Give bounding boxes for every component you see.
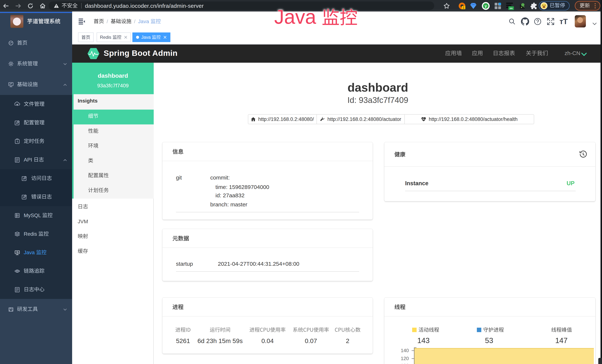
- svg-text:y: y: [485, 4, 487, 8]
- svg-text:1: 1: [463, 6, 464, 9]
- svg-text:on: on: [510, 7, 513, 10]
